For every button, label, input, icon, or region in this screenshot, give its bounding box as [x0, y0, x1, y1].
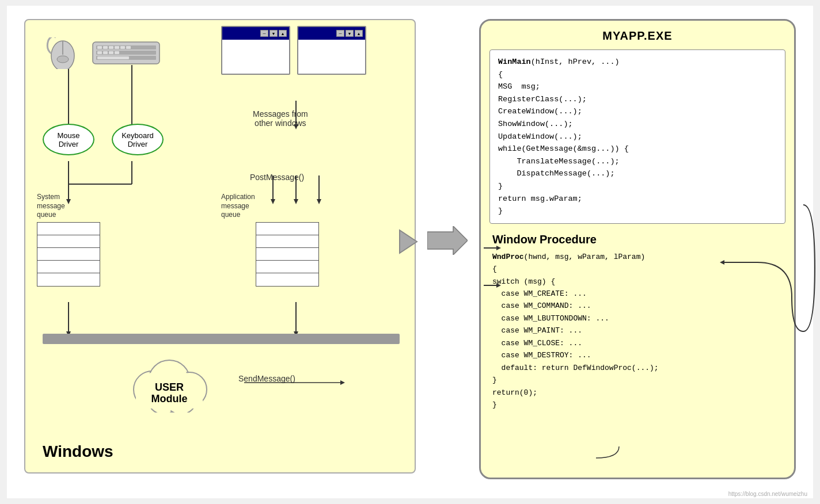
wndproc-line-11: }	[492, 374, 785, 386]
winmain-line-11: }	[498, 180, 777, 193]
big-arrow-container	[427, 226, 468, 255]
queue-row-5	[37, 273, 100, 286]
svg-marker-58	[496, 246, 501, 250]
svg-rect-35	[115, 46, 119, 49]
queue-row-3	[37, 248, 100, 261]
wndproc-line-3: switch (msg) {	[492, 276, 785, 288]
queue-row-4	[37, 261, 100, 273]
queue-row-2	[37, 235, 100, 248]
mini-window-1: ─ ▼ ▲	[221, 26, 290, 75]
mini-btn-2: ▼	[269, 30, 278, 37]
app-queue-row-4	[256, 261, 318, 273]
system-queue-label: System message queue	[37, 193, 100, 220]
app-queue-row-2	[256, 235, 318, 248]
svg-marker-56	[427, 226, 468, 255]
app-queue-label: Application message queue	[221, 193, 319, 220]
wndproc-line-2: {	[492, 263, 785, 275]
mini-btn-6: ▲	[355, 30, 363, 37]
svg-rect-36	[120, 46, 125, 49]
app-queue-row-1	[256, 223, 318, 235]
winmain-line-6: ShowWindow(...);	[498, 118, 777, 131]
winmain-line-4: RegisterClass(...);	[498, 93, 777, 106]
window-procedure-title: Window Procedure	[489, 233, 785, 246]
winmain-line-2: {	[498, 68, 777, 81]
wndproc-line-7: case WM_PAINT: ...	[492, 324, 785, 337]
wndproc-line-8: case WM_CLOSE: ...	[492, 337, 785, 349]
svg-text:Module: Module	[151, 393, 188, 404]
svg-rect-39	[103, 51, 108, 54]
wndproc-line-12: return(0);	[492, 387, 785, 399]
svg-rect-37	[126, 46, 131, 49]
svg-rect-32	[97, 46, 102, 49]
big-arrow	[427, 226, 468, 255]
svg-rect-40	[109, 51, 113, 54]
winmain-code-box: WinMain(hInst, hPrev, ...) { MSG msg; Re…	[489, 49, 785, 224]
myapp-panel: MYAPP.EXE WinMain(hInst, hPrev, ...) { M…	[479, 19, 796, 479]
svg-marker-10	[66, 331, 71, 337]
mini-btn-5: ▼	[346, 30, 354, 37]
svg-rect-33	[103, 46, 108, 49]
queue-row-1	[37, 223, 100, 235]
wndproc-line-4: case WM_CREATE: ...	[492, 288, 785, 300]
winmain-line-5: CreateWindow(...);	[498, 105, 777, 118]
wndproc-line-13: }	[492, 399, 785, 411]
watermark: https://blog.csdn.net/wumeizhu	[728, 491, 807, 497]
mini-btn-4: ─	[336, 30, 344, 37]
svg-rect-41	[115, 51, 119, 54]
wndproc-code: WndProc(hwnd, msg, wParam, lParam) { swi…	[489, 251, 785, 411]
svg-marker-24	[400, 230, 417, 253]
drivers-row: Mouse Driver Keyboard Driver	[43, 124, 164, 155]
mini-btn-3: ▲	[279, 30, 287, 37]
diagram-wrapper: ─ ▼ ▲ ─ ▼ ▲ Messages from other windo	[18, 13, 802, 491]
system-queue-table	[37, 222, 100, 287]
svg-marker-20	[294, 331, 298, 337]
winmain-line-12: return msg.wParam;	[498, 193, 777, 205]
windows-label: Windows	[43, 442, 113, 461]
mini-window-2: ─ ▼ ▲	[297, 26, 366, 75]
winmain-line-8: while(GetMessage(&msg...)) {	[498, 143, 777, 155]
app-queue-row-5	[256, 273, 318, 286]
svg-rect-34	[109, 46, 113, 49]
wndproc-line-9: case WM_DESTROY: ...	[492, 349, 785, 361]
winmain-line-1: WinMain(hInst, hPrev, ...)	[498, 56, 777, 68]
mouse-icon	[45, 37, 86, 71]
app-queue-table	[256, 222, 319, 287]
messages-from-label: Messages from other windows	[253, 109, 308, 128]
keyboard-driver-oval: Keyboard Driver	[112, 124, 164, 155]
send-message-label: SendMessage()	[238, 374, 295, 383]
winmain-line-3: MSG msg;	[498, 81, 777, 93]
myapp-title: MYAPP.EXE	[489, 29, 785, 43]
svg-rect-38	[97, 51, 102, 54]
app-queue-row-3	[256, 248, 318, 261]
winmain-line-7: UpdateWindow(...);	[498, 131, 777, 143]
mini-btn-1: ─	[260, 30, 268, 37]
svg-text:USER: USER	[155, 381, 184, 393]
windows-panel: ─ ▼ ▲ ─ ▼ ▲ Messages from other windo	[24, 19, 416, 474]
wndproc-line-10: default: return DefWindowProc(...);	[492, 362, 785, 374]
svg-rect-42	[97, 56, 129, 59]
keyboard-icon	[92, 37, 161, 68]
winmain-line-9: TranslateMessage(...);	[498, 155, 777, 168]
post-message-label: PostMessage()	[250, 173, 304, 182]
wndproc-line-1: WndProc(hwnd, msg, wParam, lParam)	[492, 251, 785, 263]
app-queue-container: Application message queue	[256, 193, 319, 287]
wndproc-line-5: case WM_COMMAND: ...	[492, 300, 785, 312]
window-screenshots: ─ ▼ ▲ ─ ▼ ▲	[221, 26, 366, 75]
svg-rect-21	[43, 334, 400, 344]
svg-point-27	[57, 56, 69, 63]
winmain-line-10: DispatchMessage(...);	[498, 167, 777, 180]
wndproc-line-6: case WM_LBUTTONDOWN: ...	[492, 312, 785, 324]
winmain-line-13: }	[498, 205, 777, 217]
svg-marker-23	[340, 380, 345, 385]
system-queue-container: System message queue	[37, 193, 100, 287]
user-module: USER Module	[123, 349, 215, 415]
mouse-driver-oval: Mouse Driver	[43, 124, 94, 155]
main-container: ─ ▼ ▲ ─ ▼ ▲ Messages from other windo	[7, 6, 813, 498]
